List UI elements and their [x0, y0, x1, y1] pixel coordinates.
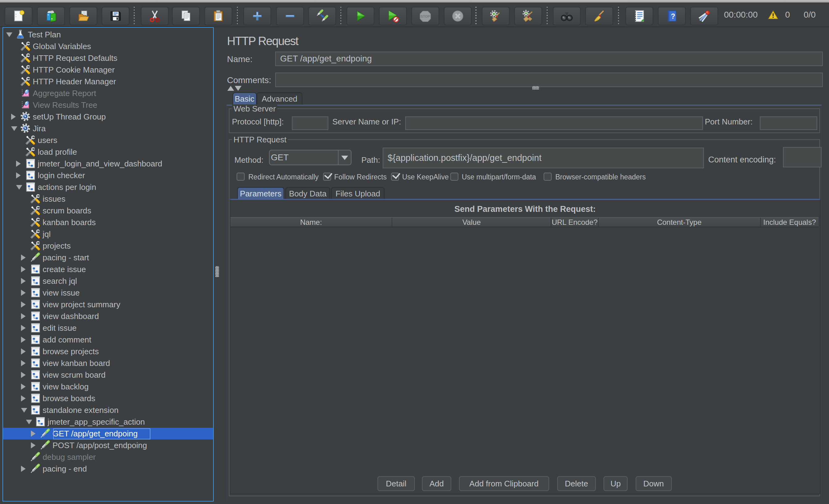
- svg-text:?: ?: [671, 12, 675, 21]
- svg-text:STOP: STOP: [421, 14, 430, 18]
